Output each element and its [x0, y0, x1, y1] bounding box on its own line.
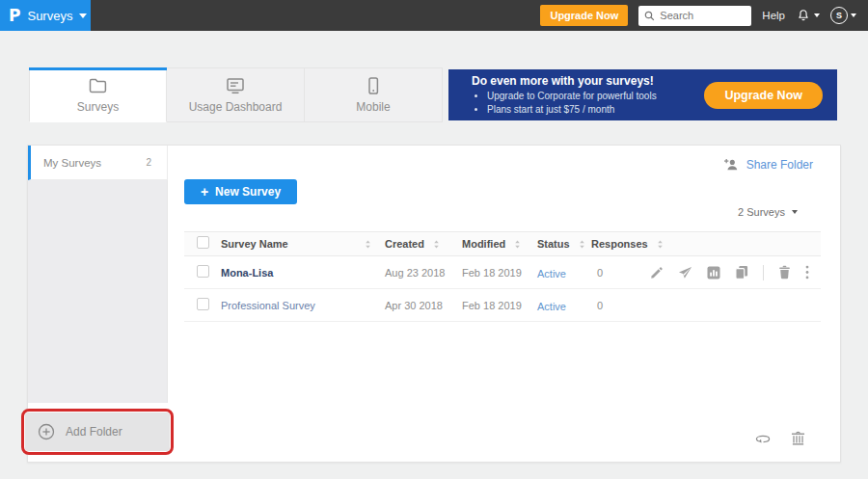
tab-label: Usage Dashboard [189, 100, 283, 114]
banner-title: Do even more with your surveys! [472, 74, 657, 88]
banner-bullet: Plans start at just $75 / month [487, 103, 657, 117]
surveys-count-label: 2 Surveys [738, 206, 785, 218]
status-badge[interactable]: Active [537, 301, 566, 312]
table-row: Professional Survey Apr 30 2018 Feb 18 2… [184, 289, 821, 322]
row-checkbox[interactable] [197, 298, 209, 310]
surveys-count-dropdown[interactable]: 2 Surveys [738, 206, 798, 218]
survey-name-link[interactable]: Professional Survey [221, 300, 315, 311]
search-input[interactable] [660, 10, 746, 21]
help-link[interactable]: Help [762, 10, 785, 21]
plus-icon: + [201, 184, 208, 200]
bell-icon [796, 8, 811, 23]
status-badge[interactable]: Active [537, 268, 566, 279]
sort-icon[interactable] [657, 240, 664, 249]
survey-name-link[interactable]: Mona-Lisa [221, 267, 273, 279]
chevron-down-icon [851, 13, 856, 17]
select-all-checkbox[interactable] [197, 236, 209, 249]
banner-text: Do even more with your surveys! Upgrade … [472, 74, 657, 117]
sort-icon[interactable] [365, 240, 371, 249]
modified-date: Feb 18 2019 [456, 267, 533, 279]
edit-pencil-icon[interactable] [650, 266, 664, 279]
tab-label: Mobile [356, 100, 390, 114]
search-icon [644, 11, 655, 21]
share-person-icon [723, 158, 739, 172]
folder-list-area [28, 180, 168, 403]
folder-count-badge: 2 [146, 157, 151, 168]
search-box [638, 6, 751, 26]
sidebar-item-my-surveys[interactable]: My Surveys 2 [28, 146, 168, 180]
notifications-menu[interactable] [796, 8, 820, 23]
column-header-responses: Responses [591, 238, 648, 250]
panel-content: Share Folder + New Survey 2 Surveys Surv… [168, 146, 842, 462]
reports-icon[interactable] [707, 266, 720, 279]
annotation-highlight: Add Folder [21, 409, 174, 455]
new-survey-button[interactable]: + New Survey [184, 179, 297, 204]
duplicate-icon[interactable] [735, 265, 748, 279]
banner-bullet-list: Upgrade to Corporate for powerful tools … [487, 90, 657, 117]
proprofs-logo: P [9, 8, 20, 24]
surveys-table: Survey Name Created Modified [184, 231, 821, 322]
product-menu-label: Surveys [27, 9, 72, 23]
chevron-down-icon [79, 13, 87, 18]
product-switcher[interactable]: P Surveys [0, 0, 91, 31]
column-header-status: Status [537, 238, 570, 250]
avatar: S [830, 7, 848, 24]
share-folder-label: Share Folder [746, 158, 813, 172]
chevron-down-icon [814, 13, 820, 17]
dashboard-icon [226, 77, 245, 94]
banner-bullet: Upgrade to Corporate for powerful tools [487, 90, 657, 103]
folder-name: My Surveys [43, 157, 101, 169]
restore-icon[interactable] [755, 434, 771, 444]
account-menu[interactable]: S [830, 7, 856, 24]
divider [763, 265, 764, 280]
upgrade-banner: Do even more with your surveys! Upgrade … [448, 69, 837, 120]
mobile-icon [365, 77, 382, 94]
created-date: Aug 23 2018 [379, 267, 456, 279]
share-folder-link[interactable]: Share Folder [723, 158, 813, 172]
upgrade-now-button[interactable]: Upgrade Now [540, 5, 628, 26]
created-date: Apr 30 2018 [379, 300, 456, 311]
tab-surveys[interactable]: Surveys [29, 67, 167, 122]
send-icon[interactable] [678, 266, 692, 279]
column-header-created: Created [385, 238, 424, 250]
tab-mobile[interactable]: Mobile [305, 67, 443, 122]
surveys-panel: My Surveys 2 Add Folder [27, 145, 841, 463]
table-header-row: Survey Name Created Modified [184, 231, 821, 256]
more-options-icon[interactable] [805, 265, 809, 279]
row-actions [642, 265, 821, 280]
delete-icon[interactable] [778, 265, 791, 279]
sort-icon[interactable] [433, 240, 440, 249]
add-folder-button[interactable]: Add Folder [25, 412, 170, 451]
table-row: Mona-Lisa Aug 23 2018 Feb 18 2019 Active… [184, 256, 821, 289]
tab-label: Surveys [77, 100, 119, 114]
topbar-right: Upgrade Now Help S [540, 5, 868, 26]
sort-icon[interactable] [514, 240, 521, 249]
circle-plus-icon [38, 423, 55, 440]
chevron-down-icon [792, 210, 798, 214]
trash-bin-icon[interactable] [791, 431, 805, 446]
column-header-survey-name: Survey Name [221, 238, 288, 250]
view-tabs: Surveys Usage Dashboard Mobile [29, 67, 443, 122]
modified-date: Feb 18 2019 [456, 300, 533, 311]
add-folder-label: Add Folder [66, 425, 122, 439]
new-survey-label: New Survey [215, 185, 281, 199]
app-screen: P Surveys Upgrade Now Help [0, 0, 868, 479]
banner-upgrade-button[interactable]: Upgrade Now [704, 82, 823, 109]
responses-count: 0 [582, 267, 642, 279]
folder-icon [89, 77, 107, 94]
row-checkbox[interactable] [197, 265, 209, 278]
topbar: P Surveys Upgrade Now Help [0, 0, 868, 31]
tab-usage-dashboard[interactable]: Usage Dashboard [167, 67, 305, 122]
panel-footer-icons [755, 431, 805, 446]
responses-count: 0 [582, 300, 642, 311]
column-header-modified: Modified [462, 238, 505, 250]
